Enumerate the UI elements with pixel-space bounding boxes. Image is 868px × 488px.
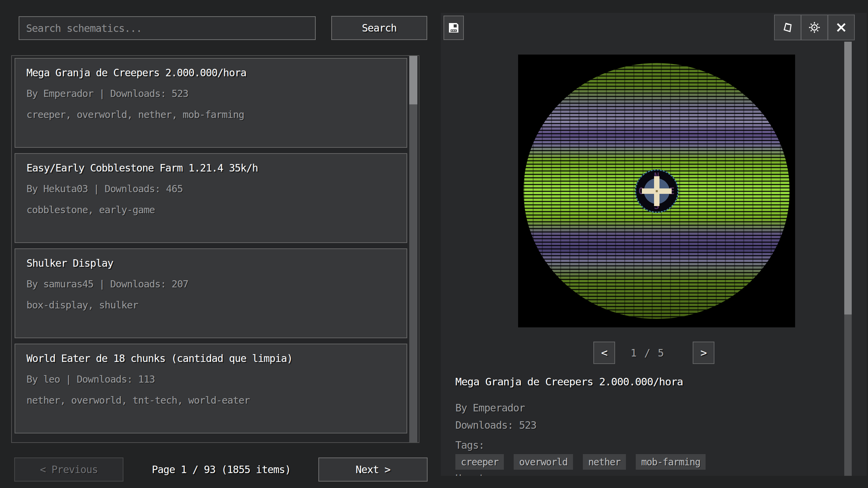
schematic-detail-panel: N E S O < 1 / 5 > Mega Granja de Creeper… xyxy=(441,13,867,476)
search-input[interactable] xyxy=(19,16,316,40)
search-button[interactable]: Search xyxy=(331,16,427,40)
gear-icon xyxy=(808,21,821,34)
detail-author: By Emperador xyxy=(455,402,525,414)
item-tags: creeper, overworld, nether, mob-farming xyxy=(26,109,244,120)
previous-page-label: < Previous xyxy=(40,464,98,475)
detail-title: Mega Granja de Creepers 2.000.000/hora xyxy=(455,375,683,388)
search-button-label: Search xyxy=(362,22,396,34)
list-scrollbar-thumb[interactable] xyxy=(409,56,417,104)
item-title: Shulker Display xyxy=(26,257,113,269)
view-block-button[interactable] xyxy=(775,15,801,40)
next-page-button[interactable]: Next > xyxy=(318,458,428,482)
chevron-right-icon: > xyxy=(701,346,707,359)
detail-scrollbar[interactable] xyxy=(844,42,852,476)
item-tags: cobblestone, early-game xyxy=(26,204,155,216)
chevron-left-icon: < xyxy=(601,346,607,359)
item-tags: box-display, shulker xyxy=(26,299,138,311)
item-meta: By samuras45 | Downloads: 207 xyxy=(26,278,188,290)
detail-toolbar xyxy=(774,15,855,40)
preview-next-button[interactable]: > xyxy=(693,342,714,364)
save-icon xyxy=(448,22,460,34)
list-item[interactable]: Easy/Early Cobblestone Farm 1.21.4 35k/h… xyxy=(15,153,407,243)
list-scrollbar[interactable] xyxy=(409,56,417,442)
tag-chip[interactable]: creeper xyxy=(455,454,504,470)
compass-overlay: N E S O xyxy=(635,169,678,213)
compass-center-dot xyxy=(656,190,658,192)
schematic-render-sphere: N E S O xyxy=(524,63,790,319)
schematic-preview-image: N E S O xyxy=(518,55,795,327)
close-panel-button[interactable] xyxy=(827,15,854,40)
schematic-list: Mega Granja de Creepers 2.000.000/hora B… xyxy=(11,55,419,443)
preview-prev-button[interactable]: < xyxy=(593,342,615,364)
detail-scrollbar-thumb[interactable] xyxy=(844,42,852,314)
item-meta: By leo | Downloads: 113 xyxy=(26,373,155,385)
tag-chip[interactable]: nether xyxy=(583,454,626,470)
detail-tag-list: creeper overworld nether mob-farming xyxy=(455,454,706,470)
list-item[interactable]: Shulker Display By samuras45 | Downloads… xyxy=(15,248,407,338)
page-indicator: Page 1 / 93 (1855 items) xyxy=(129,458,314,482)
save-schematic-button[interactable] xyxy=(443,16,464,40)
tag-chip[interactable]: mob-farming xyxy=(636,454,706,470)
item-meta: By Hekuta03 | Downloads: 465 xyxy=(26,183,183,195)
previous-page-button[interactable]: < Previous xyxy=(14,458,123,482)
detail-tags-label: Tags: xyxy=(455,439,484,451)
detail-downloads: Downloads: 523 xyxy=(455,419,536,431)
item-title: Easy/Early Cobblestone Farm 1.21.4 35k/h xyxy=(26,162,258,174)
next-page-label: Next > xyxy=(356,464,390,475)
detail-clipped-line: Upvotes: xyxy=(455,472,502,476)
item-title: World Eater de 18 chunks (cantidad que l… xyxy=(26,352,293,364)
list-item[interactable]: Mega Granja de Creepers 2.000.000/hora B… xyxy=(15,58,407,148)
preview-page-counter: 1 / 5 xyxy=(617,342,678,364)
item-meta: By Emperador | Downloads: 523 xyxy=(26,88,188,99)
settings-button[interactable] xyxy=(801,15,827,40)
item-tags: nether, overworld, tnt-tech, world-eater xyxy=(26,394,250,406)
list-item[interactable]: World Eater de 18 chunks (cantidad que l… xyxy=(15,344,407,433)
close-icon xyxy=(835,21,847,34)
cube-icon xyxy=(782,22,793,33)
tag-chip[interactable]: overworld xyxy=(514,454,573,470)
item-title: Mega Granja de Creepers 2.000.000/hora xyxy=(26,67,246,79)
